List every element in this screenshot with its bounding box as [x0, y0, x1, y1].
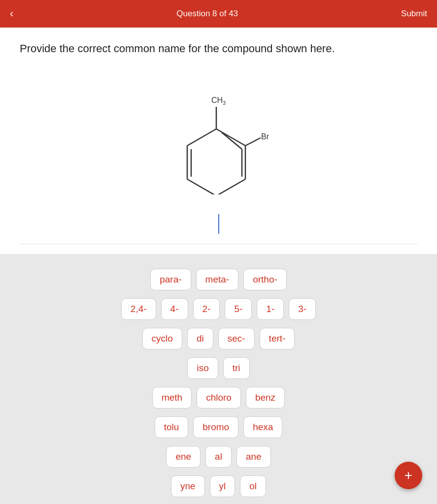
wordbank-row-1: para- meta- ortho-: [150, 269, 287, 290]
chip-tert[interactable]: tert-: [260, 328, 295, 349]
text-cursor: [218, 214, 219, 234]
svg-text:3: 3: [223, 100, 226, 106]
chip-5[interactable]: 5-: [225, 298, 252, 320]
wordbank-row-3: cyclo di sec- tert-: [142, 328, 295, 349]
chip-tolu[interactable]: tolu: [155, 416, 189, 438]
wordbank-row-5: meth chloro benz: [152, 387, 285, 409]
svg-line-5: [187, 129, 216, 146]
wordbank-row-6: tolu bromo hexa: [155, 416, 283, 438]
chip-1[interactable]: 1-: [257, 298, 284, 320]
chip-al[interactable]: al: [205, 446, 232, 468]
wordbank-row-4: iso tri: [187, 357, 249, 379]
svg-text:Br: Br: [261, 132, 269, 141]
header: ‹ Question 8 of 43 Submit: [0, 0, 437, 28]
chip-iso[interactable]: iso: [187, 357, 218, 379]
chip-4[interactable]: 4-: [161, 298, 188, 320]
chip-meth[interactable]: meth: [152, 387, 192, 409]
svg-line-2: [216, 179, 245, 194]
chip-ortho[interactable]: ortho-: [243, 269, 287, 290]
chip-yl[interactable]: yl: [210, 475, 235, 497]
chip-24[interactable]: 2,4-: [121, 298, 156, 320]
answer-area[interactable]: [20, 209, 417, 244]
fab-button[interactable]: +: [395, 462, 422, 489]
chip-sec[interactable]: sec-: [218, 328, 255, 349]
wordbank-row-8: yne yl ol: [171, 475, 266, 497]
chip-meta[interactable]: meta-: [196, 269, 239, 290]
wordbank-row-2: 2,4- 4- 2- 5- 1- 3-: [121, 298, 316, 320]
chip-ane[interactable]: ane: [236, 446, 271, 468]
wordbank-row-7: ene al ane: [166, 446, 270, 468]
chemical-structure: CH 3 Br Cl: [20, 66, 417, 194]
question-progress: Question 8 of 43: [13, 9, 401, 19]
chip-cyclo[interactable]: cyclo: [142, 328, 182, 349]
svg-line-3: [187, 179, 216, 194]
chip-hexa[interactable]: hexa: [243, 416, 282, 438]
chip-chloro[interactable]: chloro: [197, 387, 241, 409]
submit-button[interactable]: Submit: [401, 9, 427, 19]
svg-text:CH: CH: [211, 96, 223, 104]
chip-yne[interactable]: yne: [171, 475, 205, 497]
chip-di[interactable]: di: [187, 328, 213, 349]
svg-line-6: [222, 132, 242, 149]
chip-bromo[interactable]: bromo: [193, 416, 238, 438]
svg-line-0: [216, 129, 245, 146]
svg-line-12: [245, 138, 261, 146]
chip-3[interactable]: 3-: [289, 298, 316, 320]
chip-2[interactable]: 2-: [193, 298, 220, 320]
question-text: Provide the correct common name for the …: [20, 41, 417, 57]
chip-benz[interactable]: benz: [246, 387, 285, 409]
back-button[interactable]: ‹: [10, 7, 13, 20]
chip-tri[interactable]: tri: [223, 357, 250, 379]
wordbank-area: para- meta- ortho- 2,4- 4- 2- 5- 1- 3- c…: [0, 254, 437, 504]
chip-para[interactable]: para-: [150, 269, 191, 290]
question-area: Provide the correct common name for the …: [0, 28, 437, 254]
chip-ol[interactable]: ol: [240, 475, 266, 497]
chip-ene[interactable]: ene: [166, 446, 201, 468]
